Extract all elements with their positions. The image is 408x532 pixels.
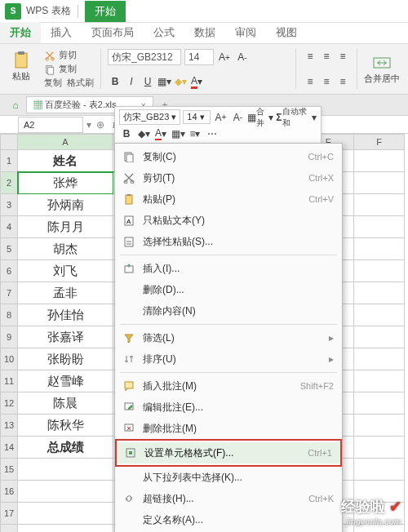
doc-home-icon[interactable]: ⌂ <box>8 98 23 113</box>
mini-font-select[interactable]: 仿宋_GB23 ▾ <box>119 109 180 125</box>
cell[interactable] <box>354 304 405 326</box>
cell[interactable]: 胡杰 <box>18 238 113 260</box>
row-header[interactable]: 18 <box>0 525 18 532</box>
cell[interactable]: 陈秋华 <box>18 415 113 437</box>
row-header[interactable]: 3 <box>0 194 18 216</box>
cell[interactable]: 总成绩 <box>18 437 113 459</box>
row-header[interactable]: 17 <box>0 503 18 525</box>
tab-insert[interactable]: 插入 <box>41 22 82 43</box>
valign-top-icon[interactable]: ≡ <box>303 74 317 89</box>
row-header[interactable]: 9 <box>0 326 18 348</box>
row-header[interactable]: 11 <box>0 370 18 392</box>
mini-border[interactable]: ▦▾ <box>171 126 185 141</box>
row-header[interactable]: 5 <box>0 238 18 260</box>
row-header[interactable]: 15 <box>0 459 18 481</box>
ctx-粘贴P[interactable]: 粘贴(P)Ctrl+V <box>115 188 342 210</box>
tab-layout[interactable]: 页面布局 <box>82 22 144 43</box>
mini-font-color[interactable]: A▾ <box>153 126 168 141</box>
border-button[interactable]: ▦▾ <box>157 74 171 89</box>
ctx-选择性粘贴S[interactable]: 选择性粘贴(S)... <box>115 231 342 252</box>
italic-button[interactable]: I <box>124 74 139 89</box>
cell[interactable] <box>354 326 405 348</box>
format-painter[interactable]: 格式刷 <box>67 77 94 89</box>
cell[interactable] <box>354 459 405 481</box>
font-size-select[interactable]: 14 <box>184 49 214 65</box>
align-right-icon[interactable]: ≡ <box>335 49 350 64</box>
cell[interactable]: 姓名 <box>18 150 113 172</box>
cell[interactable] <box>18 481 113 503</box>
row-header[interactable]: 2 <box>0 172 18 194</box>
dec-font-icon[interactable]: A- <box>235 50 250 64</box>
cell[interactable] <box>18 459 113 481</box>
row-header[interactable]: 7 <box>0 282 18 304</box>
cell[interactable]: 张嘉译 <box>18 326 113 348</box>
cell[interactable] <box>354 150 405 172</box>
col-header-A[interactable]: A <box>18 134 113 150</box>
inc-font-icon[interactable]: A+ <box>217 50 232 64</box>
cell[interactable] <box>354 172 405 194</box>
row-header[interactable]: 6 <box>0 260 18 282</box>
ctx-排序U[interactable]: 排序(U)▸ <box>115 348 342 370</box>
ctx-筛选L[interactable]: 筛选(L)▸ <box>115 327 342 348</box>
ctx-插入批注M[interactable]: 插入批注(M)Shift+F2 <box>115 375 342 397</box>
name-box[interactable]: A2 <box>18 117 83 133</box>
tab-start[interactable]: 开始 <box>0 22 41 43</box>
ctx-删除批注M[interactable]: 删除批注(M) <box>115 418 342 439</box>
row-header[interactable]: 16 <box>0 481 18 503</box>
cell[interactable] <box>354 392 405 415</box>
fn-icon[interactable]: ⊕ <box>95 119 106 131</box>
row-header[interactable]: 14 <box>0 437 18 459</box>
cell[interactable]: 陈月月 <box>18 216 113 238</box>
ctx-清除内容N[interactable]: 清除内容(N) <box>115 300 342 321</box>
mini-merge-icon[interactable]: ▦ 合并▾ <box>247 110 273 125</box>
ctx-剪切T[interactable]: 剪切(T)Ctrl+X <box>115 167 342 188</box>
name-dropdown-icon[interactable]: ▾ <box>83 119 95 131</box>
cell[interactable] <box>354 415 405 437</box>
cell[interactable]: 张烨 <box>18 172 113 194</box>
cell[interactable] <box>354 370 405 392</box>
mini-format[interactable]: ⋯ <box>205 126 220 141</box>
tab-view[interactable]: 视图 <box>266 22 307 43</box>
cell[interactable] <box>18 503 113 525</box>
row-header[interactable]: 13 <box>0 415 18 437</box>
bold-button[interactable]: B <box>108 74 122 89</box>
mini-fill[interactable]: ◆▾ <box>136 126 151 141</box>
copy-button[interactable]: 复制 <box>44 63 94 75</box>
font-color-button[interactable]: A▾ <box>189 74 204 89</box>
mini-inc-font[interactable]: A+ <box>213 110 228 125</box>
cell[interactable]: 刘飞 <box>18 260 113 282</box>
ctx-删除D[interactable]: 删除(D)... <box>115 279 342 300</box>
cell[interactable] <box>354 260 405 282</box>
align-center-icon[interactable]: ≡ <box>319 49 334 64</box>
cell[interactable] <box>354 282 405 304</box>
merge-button[interactable]: 合并居中 <box>361 47 403 91</box>
cell[interactable] <box>354 194 405 216</box>
paste-button[interactable]: 粘贴 <box>8 49 34 84</box>
cell[interactable]: 赵雪峰 <box>18 370 113 392</box>
cut-button[interactable]: 剪切 <box>44 49 94 61</box>
row-header[interactable]: 12 <box>0 392 18 415</box>
ctx-设置单元格格式F[interactable]: 设置单元格格式(F)...Ctrl+1 <box>117 442 340 463</box>
ctx-从下拉列表中选择K[interactable]: 从下拉列表中选择(K)... <box>115 467 342 488</box>
cell[interactable]: 孟非 <box>18 282 113 304</box>
ctx-超链接H[interactable]: 超链接(H)...Ctrl+K <box>115 488 342 509</box>
row-header[interactable]: 4 <box>0 216 18 238</box>
font-family-select[interactable]: 仿宋_GB2312 <box>108 49 181 65</box>
valign-mid-icon[interactable]: ≡ <box>319 74 334 89</box>
cell[interactable] <box>18 525 113 532</box>
col-header-F[interactable]: F <box>354 134 405 150</box>
row-header[interactable]: 1 <box>0 150 18 172</box>
cell[interactable]: 张盼盼 <box>18 348 113 370</box>
ctx-插入I[interactable]: 插入(I)... <box>115 258 342 279</box>
cell[interactable] <box>354 348 405 370</box>
cell[interactable] <box>354 437 405 459</box>
ctx-复制C[interactable]: 复制(C)Ctrl+C <box>115 146 342 167</box>
row-header[interactable]: 10 <box>0 348 18 370</box>
cell[interactable]: 孙佳怡 <box>18 304 113 326</box>
mini-size-select[interactable]: 14 ▾ <box>183 110 211 124</box>
ctx-定义名称A[interactable]: 定义名称(A)... <box>115 509 342 530</box>
tab-start-green[interactable]: 开始 <box>85 1 126 22</box>
mini-dec-font[interactable]: A- <box>230 110 245 125</box>
copy-label2[interactable]: 复制 <box>44 77 62 89</box>
row-header[interactable]: 8 <box>0 304 18 326</box>
